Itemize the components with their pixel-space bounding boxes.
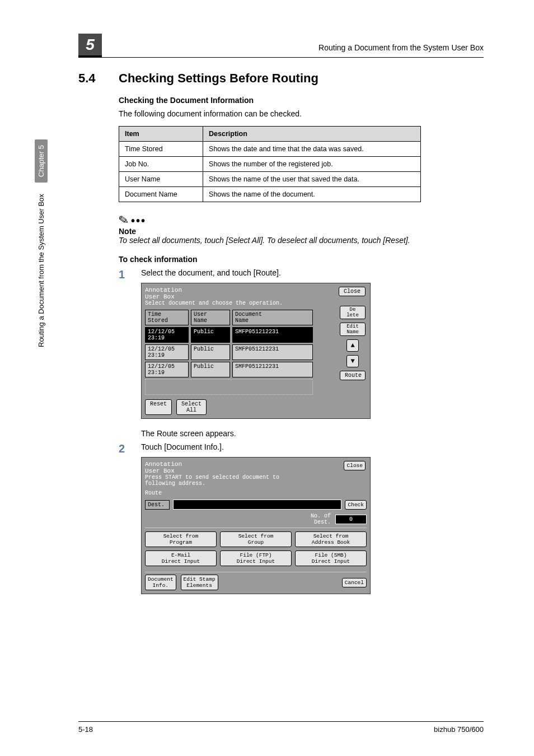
select-all-button[interactable]: Select All xyxy=(176,399,207,415)
td-desc: Shows the name of the document. xyxy=(203,187,421,202)
close-button[interactable]: Close xyxy=(339,287,366,296)
doc-info-table: Item Description Time Stored Shows the d… xyxy=(119,126,421,202)
smb-direct-input-button[interactable]: File (SMB) Direct Input xyxy=(295,550,367,566)
col-document-name: Document Name xyxy=(232,310,313,325)
cell-time: 12/12/05 23:19 xyxy=(145,344,189,360)
td-desc: Shows the number of the registered job. xyxy=(203,157,421,172)
list-item[interactable]: 12/12/05 23:19 Public SMFP051212231 xyxy=(145,362,313,377)
delete-button[interactable]: De lete xyxy=(340,306,366,319)
route-label: Route xyxy=(145,490,367,496)
cell-user: Public xyxy=(191,344,230,360)
note-label: Note xyxy=(119,227,421,236)
note-text: To select all documents, touch [Select A… xyxy=(119,236,421,245)
step-number-1: 1 xyxy=(119,268,129,438)
select-from-group-button[interactable]: Select from Group xyxy=(220,531,292,547)
divider xyxy=(145,572,367,572)
scroll-up-button[interactable]: ▲ xyxy=(346,339,359,352)
pencil-icon: ✎ xyxy=(118,213,130,229)
num-dest-label: No. of Dest. xyxy=(145,513,331,525)
check-button[interactable]: Check xyxy=(345,500,367,510)
col-time-stored[interactable]: Time Stored xyxy=(145,310,189,325)
side-tab: Routing a Document from the System User … xyxy=(35,139,48,347)
route-button[interactable]: Route xyxy=(340,371,366,380)
th-item: Item xyxy=(119,127,203,142)
select-from-program-button[interactable]: Select from Program xyxy=(145,531,217,547)
step-1-result: The Route screen appears. xyxy=(141,429,421,438)
td-item: Time Stored xyxy=(119,142,203,157)
divider xyxy=(145,528,367,528)
screenshot-select-document: Close Annotation User Box Select documen… xyxy=(141,283,371,419)
subheading-doc-info: Checking the Document Information xyxy=(119,96,421,105)
close-button[interactable]: Close xyxy=(344,461,366,470)
section-number: 5.4 xyxy=(78,71,105,86)
panel-title: Annotation User Box xyxy=(145,287,367,300)
empty-list-area xyxy=(145,379,313,395)
reset-button[interactable]: Reset xyxy=(145,399,172,415)
td-item: Job No. xyxy=(119,157,203,172)
cell-time: 12/12/05 23:19 xyxy=(145,327,189,343)
step-number-2: 2 xyxy=(119,442,129,604)
th-description: Description xyxy=(203,127,421,142)
dest-field xyxy=(173,500,341,510)
td-item: User Name xyxy=(119,172,203,187)
list-item[interactable]: 12/12/05 23:19 Public SMFP051212231 xyxy=(145,327,313,343)
td-desc: Shows the date and time that the data wa… xyxy=(203,142,421,157)
cell-doc: SMFP051212231 xyxy=(232,362,313,377)
note-block: ✎••• Note To select all documents, touch… xyxy=(119,213,421,245)
select-from-addressbook-button[interactable]: Select from Address Book xyxy=(295,531,367,547)
cell-doc: SMFP051212231 xyxy=(232,327,313,343)
ftp-direct-input-button[interactable]: File (FTP) Direct Input xyxy=(220,550,292,566)
page-number: 5-18 xyxy=(78,725,93,734)
side-tab-title: Routing a Document from the System User … xyxy=(37,194,45,347)
side-tab-chapter: Chapter 5 xyxy=(35,139,48,183)
intro-paragraph: The following document information can b… xyxy=(119,109,421,118)
td-item: Document Name xyxy=(119,187,203,202)
scroll-down-button[interactable]: ▼ xyxy=(346,355,359,367)
email-direct-input-button[interactable]: E-Mail Direct Input xyxy=(145,550,217,566)
dest-label: Dest. xyxy=(145,500,170,510)
section-title: Checking Settings Before Routing xyxy=(119,71,318,86)
table-row: User Name Shows the name of the user tha… xyxy=(119,172,421,187)
running-header-title: Routing a Document from the System User … xyxy=(318,43,484,55)
table-row: Document Name Shows the name of the docu… xyxy=(119,187,421,202)
panel-subtitle: Press START to send selected document to… xyxy=(145,474,367,487)
td-desc: Shows the name of the user that saved th… xyxy=(203,172,421,187)
cell-doc: SMFP051212231 xyxy=(232,344,313,360)
document-info-button[interactable]: Document Info. xyxy=(145,575,176,590)
num-dest-value: 0 xyxy=(335,515,367,524)
panel-subtitle: Select document and choose the operation… xyxy=(145,300,367,306)
chapter-number-badge: 5 xyxy=(78,34,102,57)
screenshot-route: Close Annotation User Box Press START to… xyxy=(141,457,371,594)
model-name: bizhub 750/600 xyxy=(434,725,484,734)
note-dots-icon: ••• xyxy=(131,214,146,227)
cell-user: Public xyxy=(191,362,230,377)
list-item[interactable]: 12/12/05 23:19 Public SMFP051212231 xyxy=(145,344,313,360)
edit-stamp-elements-button[interactable]: Edit Stamp Elements xyxy=(181,575,218,590)
cell-time: 12/12/05 23:19 xyxy=(145,362,189,377)
table-row: Job No. Shows the number of the register… xyxy=(119,157,421,172)
step-2-text: Touch [Document Info.]. xyxy=(141,442,421,451)
step-1-text: Select the document, and touch [Route]. xyxy=(141,268,421,277)
col-user-name: User Name xyxy=(191,310,230,325)
edit-name-button[interactable]: Edit Name xyxy=(340,323,366,336)
subheading-to-check: To check information xyxy=(119,255,421,264)
cell-user: Public xyxy=(191,327,230,343)
table-row: Time Stored Shows the date and time that… xyxy=(119,142,421,157)
cancel-button[interactable]: Cancel xyxy=(342,578,367,587)
panel-title: Annotation User Box xyxy=(145,461,367,474)
